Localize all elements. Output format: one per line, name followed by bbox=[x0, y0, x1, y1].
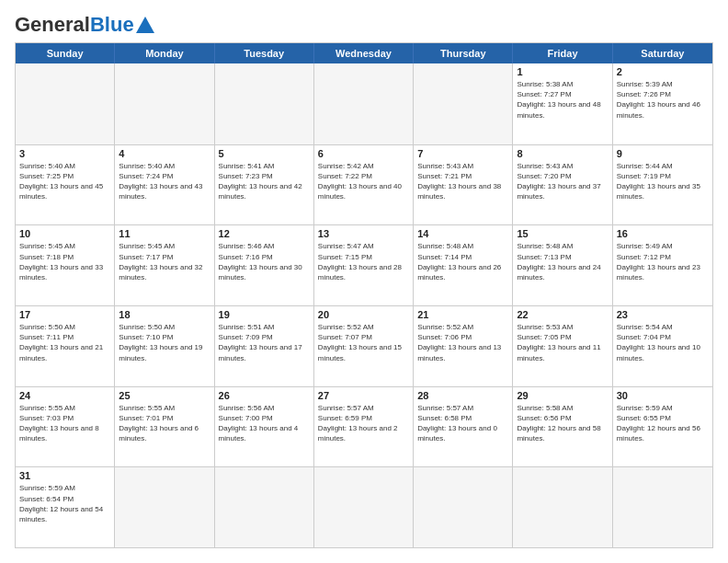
header-day-saturday: Saturday bbox=[613, 43, 712, 63]
sun-info: Sunrise: 5:42 AMSunset: 7:22 PMDaylight:… bbox=[318, 161, 409, 202]
sun-info: Sunrise: 5:48 AMSunset: 7:13 PMDaylight:… bbox=[517, 241, 608, 282]
calendar-cell: 10Sunrise: 5:45 AMSunset: 7:18 PMDayligh… bbox=[16, 225, 115, 305]
calendar-week-6: 31Sunrise: 5:59 AMSunset: 6:54 PMDayligh… bbox=[16, 466, 712, 547]
sun-info: Sunrise: 5:50 AMSunset: 7:10 PMDaylight:… bbox=[119, 322, 210, 363]
sun-info: Sunrise: 5:59 AMSunset: 6:55 PMDaylight:… bbox=[617, 403, 709, 444]
sun-info: Sunrise: 5:38 AMSunset: 7:27 PMDaylight:… bbox=[517, 79, 608, 121]
calendar-cell: 29Sunrise: 5:58 AMSunset: 6:56 PMDayligh… bbox=[513, 387, 612, 467]
sun-info: Sunrise: 5:53 AMSunset: 7:05 PMDaylight:… bbox=[517, 322, 608, 363]
header-day-friday: Friday bbox=[513, 43, 612, 63]
calendar-cell: 7Sunrise: 5:43 AMSunset: 7:21 PMDaylight… bbox=[414, 145, 513, 225]
sun-info: Sunrise: 5:43 AMSunset: 7:21 PMDaylight:… bbox=[417, 161, 508, 202]
calendar-cell: 21Sunrise: 5:52 AMSunset: 7:06 PMDayligh… bbox=[414, 306, 513, 386]
calendar-cell: 20Sunrise: 5:52 AMSunset: 7:07 PMDayligh… bbox=[314, 306, 414, 386]
logo: GeneralBlue bbox=[15, 15, 154, 35]
sun-info: Sunrise: 5:41 AMSunset: 7:23 PMDaylight:… bbox=[219, 161, 310, 202]
day-number: 8 bbox=[517, 148, 608, 159]
calendar-cell: 2Sunrise: 5:39 AMSunset: 7:26 PMDaylight… bbox=[613, 63, 712, 144]
sun-info: Sunrise: 5:43 AMSunset: 7:20 PMDaylight:… bbox=[517, 161, 608, 202]
day-number: 14 bbox=[417, 228, 508, 239]
sun-info: Sunrise: 5:51 AMSunset: 7:09 PMDaylight:… bbox=[219, 322, 310, 363]
calendar-cell bbox=[613, 467, 712, 547]
day-number: 25 bbox=[119, 390, 210, 401]
day-number: 22 bbox=[517, 309, 608, 320]
calendar-week-3: 10Sunrise: 5:45 AMSunset: 7:18 PMDayligh… bbox=[16, 224, 712, 305]
header-day-wednesday: Wednesday bbox=[314, 43, 414, 63]
calendar-cell bbox=[215, 63, 314, 144]
day-number: 17 bbox=[19, 309, 110, 320]
logo-general: General bbox=[15, 13, 90, 36]
day-number: 15 bbox=[517, 228, 608, 239]
calendar-cell: 11Sunrise: 5:45 AMSunset: 7:17 PMDayligh… bbox=[115, 225, 214, 305]
day-number: 2 bbox=[617, 66, 709, 77]
calendar-cell: 9Sunrise: 5:44 AMSunset: 7:19 PMDaylight… bbox=[613, 145, 712, 225]
calendar-cell bbox=[414, 467, 513, 547]
calendar-cell bbox=[314, 63, 414, 144]
sun-info: Sunrise: 5:54 AMSunset: 7:04 PMDaylight:… bbox=[617, 322, 709, 363]
sun-info: Sunrise: 5:47 AMSunset: 7:15 PMDaylight:… bbox=[318, 241, 409, 282]
day-number: 29 bbox=[517, 390, 608, 401]
calendar-cell bbox=[314, 467, 414, 547]
day-number: 23 bbox=[617, 309, 709, 320]
day-number: 18 bbox=[119, 309, 210, 320]
day-number: 3 bbox=[19, 148, 110, 159]
logo-text: GeneralBlue bbox=[15, 15, 134, 35]
day-number: 4 bbox=[119, 148, 210, 159]
sun-info: Sunrise: 5:50 AMSunset: 7:11 PMDaylight:… bbox=[19, 322, 110, 363]
day-number: 30 bbox=[617, 390, 709, 401]
calendar-cell: 24Sunrise: 5:55 AMSunset: 7:03 PMDayligh… bbox=[16, 387, 115, 467]
sun-info: Sunrise: 5:57 AMSunset: 6:59 PMDaylight:… bbox=[318, 403, 409, 444]
day-number: 6 bbox=[318, 148, 409, 159]
calendar-cell: 30Sunrise: 5:59 AMSunset: 6:55 PMDayligh… bbox=[613, 387, 712, 467]
calendar-cell bbox=[513, 467, 612, 547]
header-day-monday: Monday bbox=[115, 43, 214, 63]
day-number: 10 bbox=[19, 228, 110, 239]
calendar-cell bbox=[215, 467, 314, 547]
sun-info: Sunrise: 5:55 AMSunset: 7:03 PMDaylight:… bbox=[19, 403, 110, 444]
sun-info: Sunrise: 5:56 AMSunset: 7:00 PMDaylight:… bbox=[219, 403, 310, 444]
calendar-cell: 14Sunrise: 5:48 AMSunset: 7:14 PMDayligh… bbox=[414, 225, 513, 305]
sun-info: Sunrise: 5:39 AMSunset: 7:26 PMDaylight:… bbox=[617, 79, 709, 121]
sun-info: Sunrise: 5:40 AMSunset: 7:24 PMDaylight:… bbox=[119, 161, 210, 202]
calendar-cell bbox=[115, 467, 214, 547]
calendar-cell: 1Sunrise: 5:38 AMSunset: 7:27 PMDaylight… bbox=[513, 63, 612, 144]
sun-info: Sunrise: 5:52 AMSunset: 7:06 PMDaylight:… bbox=[417, 322, 508, 363]
day-number: 20 bbox=[318, 309, 409, 320]
page: GeneralBlue SundayMondayTuesdayWednesday… bbox=[0, 0, 728, 563]
header-day-sunday: Sunday bbox=[16, 43, 115, 63]
header: GeneralBlue bbox=[15, 15, 713, 35]
sun-info: Sunrise: 5:57 AMSunset: 6:58 PMDaylight:… bbox=[417, 403, 508, 444]
day-number: 31 bbox=[19, 470, 110, 481]
calendar-week-2: 3Sunrise: 5:40 AMSunset: 7:25 PMDaylight… bbox=[16, 144, 712, 225]
day-number: 7 bbox=[417, 148, 508, 159]
calendar-cell: 15Sunrise: 5:48 AMSunset: 7:13 PMDayligh… bbox=[513, 225, 612, 305]
calendar-cell bbox=[115, 63, 214, 144]
sun-info: Sunrise: 5:48 AMSunset: 7:14 PMDaylight:… bbox=[417, 241, 508, 282]
calendar-cell: 18Sunrise: 5:50 AMSunset: 7:10 PMDayligh… bbox=[115, 306, 214, 386]
calendar-cell: 27Sunrise: 5:57 AMSunset: 6:59 PMDayligh… bbox=[314, 387, 414, 467]
sun-info: Sunrise: 5:49 AMSunset: 7:12 PMDaylight:… bbox=[617, 241, 709, 282]
day-number: 19 bbox=[219, 309, 310, 320]
sun-info: Sunrise: 5:45 AMSunset: 7:18 PMDaylight:… bbox=[19, 241, 110, 282]
day-number: 24 bbox=[19, 390, 110, 401]
sun-info: Sunrise: 5:55 AMSunset: 7:01 PMDaylight:… bbox=[119, 403, 210, 444]
header-day-thursday: Thursday bbox=[414, 43, 513, 63]
calendar-cell: 19Sunrise: 5:51 AMSunset: 7:09 PMDayligh… bbox=[215, 306, 314, 386]
calendar-cell: 13Sunrise: 5:47 AMSunset: 7:15 PMDayligh… bbox=[314, 225, 414, 305]
calendar-cell: 26Sunrise: 5:56 AMSunset: 7:00 PMDayligh… bbox=[215, 387, 314, 467]
day-number: 27 bbox=[318, 390, 409, 401]
calendar-cell: 16Sunrise: 5:49 AMSunset: 7:12 PMDayligh… bbox=[613, 225, 712, 305]
logo-triangle-icon bbox=[136, 17, 154, 33]
day-number: 12 bbox=[219, 228, 310, 239]
day-number: 9 bbox=[617, 148, 709, 159]
calendar-cell: 25Sunrise: 5:55 AMSunset: 7:01 PMDayligh… bbox=[115, 387, 214, 467]
day-number: 26 bbox=[219, 390, 310, 401]
calendar-cell: 3Sunrise: 5:40 AMSunset: 7:25 PMDaylight… bbox=[16, 145, 115, 225]
sun-info: Sunrise: 5:59 AMSunset: 6:54 PMDaylight:… bbox=[19, 483, 110, 524]
calendar-cell: 8Sunrise: 5:43 AMSunset: 7:20 PMDaylight… bbox=[513, 145, 612, 225]
sun-info: Sunrise: 5:40 AMSunset: 7:25 PMDaylight:… bbox=[19, 161, 110, 202]
calendar-cell: 17Sunrise: 5:50 AMSunset: 7:11 PMDayligh… bbox=[16, 306, 115, 386]
calendar-cell: 12Sunrise: 5:46 AMSunset: 7:16 PMDayligh… bbox=[215, 225, 314, 305]
day-number: 16 bbox=[617, 228, 709, 239]
calendar-week-1: 1Sunrise: 5:38 AMSunset: 7:27 PMDaylight… bbox=[16, 63, 712, 144]
